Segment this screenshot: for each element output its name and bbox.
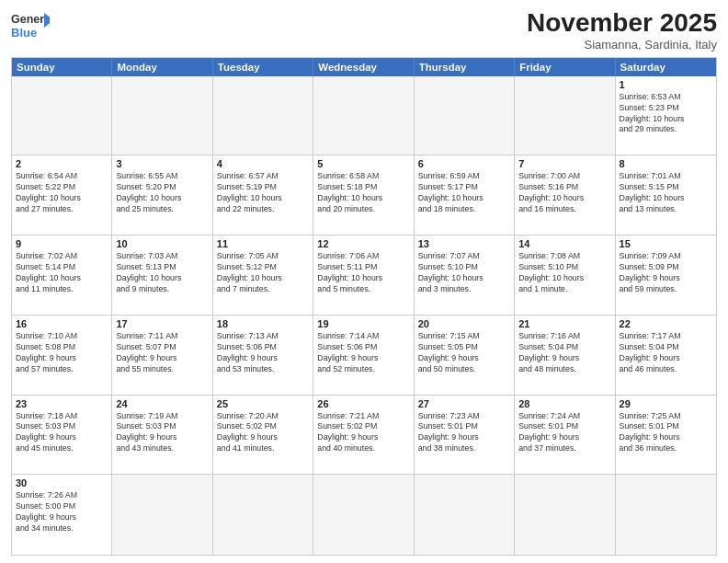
- day-info: Sunrise: 7:17 AM Sunset: 5:04 PM Dayligh…: [620, 331, 712, 375]
- cal-cell: 21Sunrise: 7:16 AM Sunset: 5:04 PM Dayli…: [515, 316, 615, 396]
- day-number: 9: [16, 238, 108, 249]
- cal-header-friday: Friday: [515, 58, 615, 76]
- cal-cell: [313, 475, 414, 555]
- day-number: 17: [116, 318, 208, 329]
- day-number: 3: [116, 158, 208, 169]
- cal-cell: 10Sunrise: 7:03 AM Sunset: 5:13 PM Dayli…: [112, 236, 212, 316]
- day-info: Sunrise: 7:14 AM Sunset: 5:06 PM Dayligh…: [317, 331, 409, 375]
- month-title: November 2025: [527, 9, 717, 38]
- cal-cell: 19Sunrise: 7:14 AM Sunset: 5:06 PM Dayli…: [313, 316, 414, 396]
- day-number: 20: [418, 318, 510, 329]
- day-number: 5: [317, 158, 409, 169]
- day-info: Sunrise: 7:26 AM Sunset: 5:00 PM Dayligh…: [16, 490, 108, 534]
- cal-cell: 11Sunrise: 7:05 AM Sunset: 5:12 PM Dayli…: [213, 236, 313, 316]
- cal-header-tuesday: Tuesday: [213, 58, 313, 76]
- day-number: 28: [518, 398, 610, 409]
- day-info: Sunrise: 7:21 AM Sunset: 5:02 PM Dayligh…: [317, 411, 409, 455]
- cal-cell: [112, 475, 212, 555]
- day-number: 22: [620, 318, 712, 329]
- day-number: 2: [16, 158, 108, 169]
- cal-cell: 28Sunrise: 7:24 AM Sunset: 5:01 PM Dayli…: [515, 396, 615, 476]
- day-number: 24: [116, 398, 208, 409]
- day-info: Sunrise: 7:09 AM Sunset: 5:09 PM Dayligh…: [620, 251, 712, 295]
- cal-cell: 5Sunrise: 6:58 AM Sunset: 5:18 PM Daylig…: [313, 155, 414, 236]
- cal-cell: 17Sunrise: 7:11 AM Sunset: 5:07 PM Dayli…: [112, 316, 212, 396]
- day-info: Sunrise: 7:25 AM Sunset: 5:01 PM Dayligh…: [620, 411, 712, 455]
- day-info: Sunrise: 7:03 AM Sunset: 5:13 PM Dayligh…: [116, 251, 208, 295]
- cal-cell: 8Sunrise: 7:01 AM Sunset: 5:15 PM Daylig…: [616, 155, 716, 236]
- cal-cell: [415, 475, 515, 555]
- day-info: Sunrise: 7:19 AM Sunset: 5:03 PM Dayligh…: [116, 411, 208, 455]
- day-info: Sunrise: 7:11 AM Sunset: 5:07 PM Dayligh…: [116, 331, 208, 375]
- day-info: Sunrise: 6:53 AM Sunset: 5:23 PM Dayligh…: [620, 92, 712, 136]
- cal-cell: [616, 475, 716, 555]
- day-info: Sunrise: 7:18 AM Sunset: 5:03 PM Dayligh…: [16, 411, 108, 455]
- subtitle: Siamanna, Sardinia, Italy: [527, 38, 717, 52]
- cal-cell: [12, 76, 112, 156]
- cal-cell: [213, 76, 313, 156]
- cal-cell: [415, 76, 515, 156]
- day-number: 29: [620, 398, 712, 409]
- day-info: Sunrise: 7:16 AM Sunset: 5:04 PM Dayligh…: [518, 331, 610, 375]
- day-info: Sunrise: 7:00 AM Sunset: 5:16 PM Dayligh…: [518, 171, 610, 215]
- logo: General Blue: [11, 9, 50, 44]
- day-number: 19: [317, 318, 409, 329]
- cal-header-thursday: Thursday: [415, 58, 515, 76]
- day-info: Sunrise: 7:20 AM Sunset: 5:02 PM Dayligh…: [217, 411, 309, 455]
- day-number: 7: [518, 158, 610, 169]
- day-number: 23: [16, 398, 108, 409]
- cal-cell: [515, 475, 615, 555]
- day-info: Sunrise: 7:06 AM Sunset: 5:11 PM Dayligh…: [317, 251, 409, 295]
- cal-header-wednesday: Wednesday: [313, 58, 414, 76]
- day-number: 25: [217, 398, 309, 409]
- day-info: Sunrise: 7:08 AM Sunset: 5:10 PM Dayligh…: [518, 251, 610, 295]
- day-number: 12: [317, 238, 409, 249]
- svg-text:Blue: Blue: [11, 26, 37, 40]
- day-info: Sunrise: 6:55 AM Sunset: 5:20 PM Dayligh…: [116, 171, 208, 215]
- cal-cell: 3Sunrise: 6:55 AM Sunset: 5:20 PM Daylig…: [112, 155, 212, 236]
- cal-cell: [313, 76, 414, 156]
- calendar: SundayMondayTuesdayWednesdayThursdayFrid…: [11, 57, 717, 556]
- cal-cell: 20Sunrise: 7:15 AM Sunset: 5:05 PM Dayli…: [415, 316, 515, 396]
- page: General Blue November 2025 Siamanna, Sar…: [0, 0, 728, 563]
- day-number: 13: [418, 238, 510, 249]
- cal-cell: 2Sunrise: 6:54 AM Sunset: 5:22 PM Daylig…: [12, 155, 112, 236]
- cal-cell: 7Sunrise: 7:00 AM Sunset: 5:16 PM Daylig…: [515, 155, 615, 236]
- day-info: Sunrise: 7:05 AM Sunset: 5:12 PM Dayligh…: [217, 251, 309, 295]
- day-info: Sunrise: 7:23 AM Sunset: 5:01 PM Dayligh…: [418, 411, 510, 455]
- day-number: 6: [418, 158, 510, 169]
- cal-cell: 12Sunrise: 7:06 AM Sunset: 5:11 PM Dayli…: [313, 236, 414, 316]
- day-info: Sunrise: 7:10 AM Sunset: 5:08 PM Dayligh…: [16, 331, 108, 375]
- day-info: Sunrise: 7:13 AM Sunset: 5:06 PM Dayligh…: [217, 331, 309, 375]
- cal-cell: 23Sunrise: 7:18 AM Sunset: 5:03 PM Dayli…: [12, 396, 112, 476]
- cal-cell: 14Sunrise: 7:08 AM Sunset: 5:10 PM Dayli…: [515, 236, 615, 316]
- cal-cell: 1Sunrise: 6:53 AM Sunset: 5:23 PM Daylig…: [616, 76, 716, 156]
- calendar-body: 1Sunrise: 6:53 AM Sunset: 5:23 PM Daylig…: [12, 76, 716, 555]
- day-info: Sunrise: 7:07 AM Sunset: 5:10 PM Dayligh…: [418, 251, 510, 295]
- day-number: 21: [518, 318, 610, 329]
- day-info: Sunrise: 7:24 AM Sunset: 5:01 PM Dayligh…: [518, 411, 610, 455]
- day-info: Sunrise: 6:57 AM Sunset: 5:19 PM Dayligh…: [217, 171, 309, 215]
- logo-svg: General Blue: [11, 9, 50, 44]
- cal-cell: 22Sunrise: 7:17 AM Sunset: 5:04 PM Dayli…: [616, 316, 716, 396]
- day-number: 14: [518, 238, 610, 249]
- day-info: Sunrise: 6:59 AM Sunset: 5:17 PM Dayligh…: [418, 171, 510, 215]
- day-number: 8: [620, 158, 712, 169]
- day-number: 11: [217, 238, 309, 249]
- day-info: Sunrise: 7:15 AM Sunset: 5:05 PM Dayligh…: [418, 331, 510, 375]
- day-number: 27: [418, 398, 510, 409]
- cal-cell: 9Sunrise: 7:02 AM Sunset: 5:14 PM Daylig…: [12, 236, 112, 316]
- day-number: 10: [116, 238, 208, 249]
- day-number: 15: [620, 238, 712, 249]
- cal-cell: [213, 475, 313, 555]
- cal-cell: 15Sunrise: 7:09 AM Sunset: 5:09 PM Dayli…: [616, 236, 716, 316]
- cal-cell: 6Sunrise: 6:59 AM Sunset: 5:17 PM Daylig…: [415, 155, 515, 236]
- cal-cell: [112, 76, 212, 156]
- day-number: 4: [217, 158, 309, 169]
- header: General Blue November 2025 Siamanna, Sar…: [11, 9, 717, 52]
- day-number: 30: [16, 477, 108, 488]
- cal-cell: 25Sunrise: 7:20 AM Sunset: 5:02 PM Dayli…: [213, 396, 313, 476]
- day-info: Sunrise: 7:02 AM Sunset: 5:14 PM Dayligh…: [16, 251, 108, 295]
- day-info: Sunrise: 6:58 AM Sunset: 5:18 PM Dayligh…: [317, 171, 409, 215]
- cal-cell: 29Sunrise: 7:25 AM Sunset: 5:01 PM Dayli…: [616, 396, 716, 476]
